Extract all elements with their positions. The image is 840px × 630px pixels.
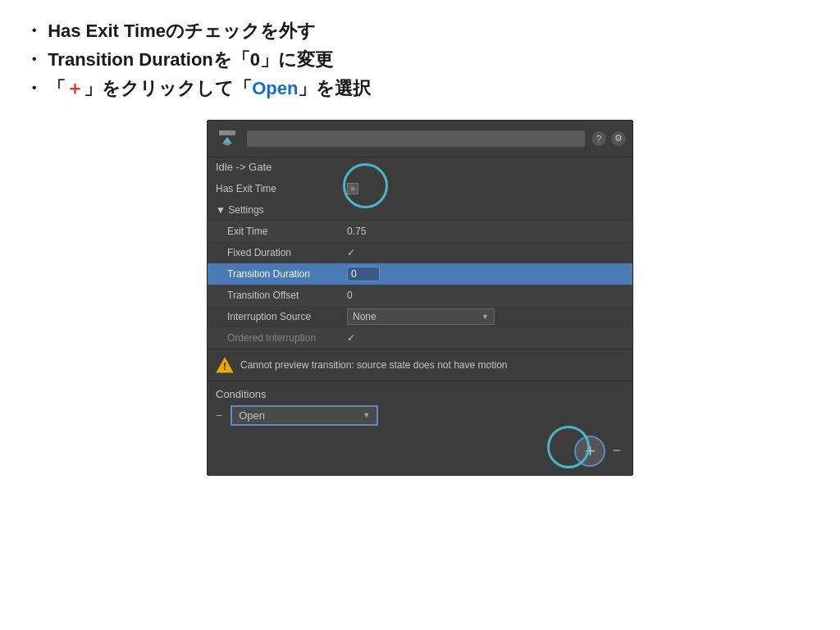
has-exit-time-row: Has Exit Time ■	[208, 178, 632, 199]
instruction-2: Transition Durationを「0」に変更	[25, 45, 815, 74]
inst2-value: 0	[250, 49, 260, 70]
inst3-plus: ＋	[66, 78, 84, 98]
plus-icon: +	[585, 442, 596, 460]
ordered-interruption-row: Ordered Interruption ✓	[208, 327, 632, 349]
inst3-open: Open	[252, 78, 298, 98]
transition-offset-row: Transition Offset 0	[208, 285, 632, 306]
warning-row: ! Cannot preview transition: source stat…	[208, 349, 632, 381]
instruction-list: Has Exit Timeのチェックを外す Transition Duratio…	[25, 16, 815, 103]
condition-dropdown-arrow-icon: ▼	[363, 411, 370, 419]
transition-icon	[214, 126, 240, 152]
svg-text:!: !	[223, 360, 226, 372]
help-button[interactable]: ?	[591, 131, 606, 146]
has-exit-time-checkbox[interactable]: ■	[347, 183, 358, 194]
settings-header[interactable]: ▼ Settings	[208, 199, 632, 221]
inst2-mid: を「	[213, 49, 250, 70]
inst1-text: Has Exit Time	[48, 21, 166, 41]
fixed-duration-row: Fixed Duration ✓	[208, 242, 632, 263]
settings-button[interactable]: ⚙	[611, 131, 626, 146]
header-actions: ? ⚙	[591, 131, 626, 146]
ordered-interruption-label: Ordered Interruption	[216, 332, 347, 344]
condition-open-value: Open	[239, 409, 265, 422]
conditions-label: Conditions	[216, 388, 624, 400]
warning-text: Cannot preview transition: source state …	[240, 359, 508, 371]
exit-time-row: Exit Time 0.75	[208, 221, 632, 242]
transition-offset-value: 0	[347, 290, 353, 301]
checkbox-inner: ■	[350, 185, 354, 193]
interruption-source-value: None	[353, 311, 377, 322]
header-bar	[247, 130, 585, 147]
dropdown-arrow-icon: ▼	[482, 313, 489, 321]
interruption-source-label: Interruption Source	[216, 311, 347, 322]
transition-duration-row[interactable]: Transition Duration	[208, 263, 632, 285]
instruction-3: 「＋」をクリックして「Open」を選択	[25, 74, 815, 103]
transition-duration-input[interactable]	[347, 267, 380, 281]
svg-rect-0	[219, 130, 235, 135]
inst1-suffix: のチェックを外す	[166, 21, 316, 41]
svg-rect-2	[225, 142, 230, 145]
has-exit-time-label: Has Exit Time	[216, 183, 347, 194]
fixed-duration-checkmark[interactable]: ✓	[347, 247, 355, 258]
fixed-duration-label: Fixed Duration	[216, 247, 347, 258]
inst2-suffix: 」に変更	[260, 49, 333, 70]
inst3-end: 」を選択	[298, 78, 371, 98]
ordered-interruption-check[interactable]: ✓	[347, 332, 355, 344]
transition-offset-label: Transition Offset	[216, 290, 347, 301]
inst3-mid: 」をクリックして「	[84, 78, 252, 98]
instruction-1: Has Exit Timeのチェックを外す	[25, 16, 815, 45]
conditions-row: − Open ▼	[216, 405, 624, 426]
remove-condition-button[interactable]: −	[612, 442, 621, 459]
interruption-source-row: Interruption Source None ▼	[208, 306, 632, 327]
condition-open-dropdown[interactable]: Open ▼	[231, 405, 378, 426]
settings-label: ▼ Settings	[216, 204, 347, 216]
inst3-pre: 「	[48, 78, 66, 98]
add-remove-buttons-row: + −	[208, 432, 632, 475]
exit-time-value: 0.75	[347, 226, 366, 237]
conditions-section: Conditions − Open ▼	[208, 381, 632, 432]
exit-time-label: Exit Time	[216, 226, 347, 237]
condition-minus-icon: −	[216, 409, 222, 422]
interruption-source-dropdown[interactable]: None ▼	[347, 308, 495, 325]
inst2-text: Transition Duration	[48, 49, 213, 70]
warning-icon: !	[216, 356, 234, 374]
transition-duration-label: Transition Duration	[216, 268, 347, 280]
transition-title: Idle -> Gate	[208, 158, 632, 178]
panel-header: ? ⚙	[208, 121, 632, 158]
unity-panel-wrapper: ? ⚙ Idle -> Gate Has Exit Time ■ ▼ Setti…	[25, 120, 815, 476]
add-condition-button[interactable]: +	[574, 436, 605, 467]
unity-panel: ? ⚙ Idle -> Gate Has Exit Time ■ ▼ Setti…	[207, 120, 633, 476]
